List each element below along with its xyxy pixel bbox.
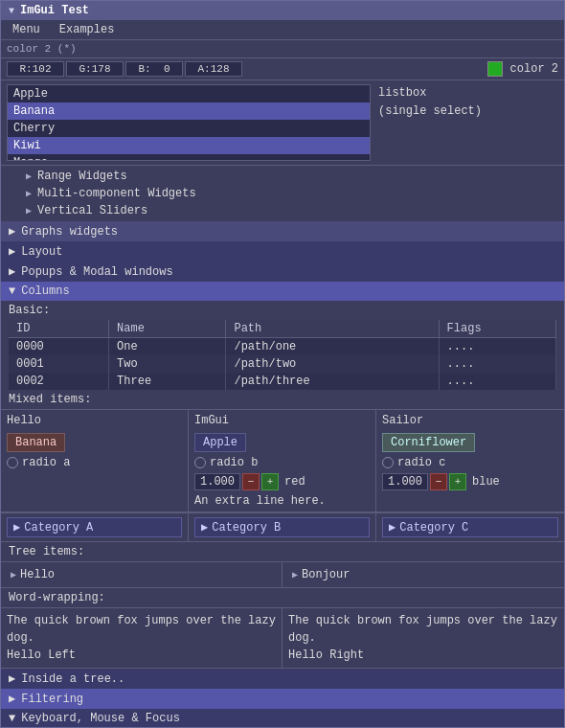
color-header-row: color 2 (*)	[1, 40, 564, 58]
columns-arrow-icon: ▼	[9, 284, 15, 298]
cell-name-1: Two	[109, 355, 226, 373]
tree-bonjour-arrow-icon: ▶	[292, 569, 298, 580]
cell-path-2: /path/three	[226, 373, 439, 390]
keyboard-header[interactable]: ▼ Keyboard, Mouse & Focus	[1, 709, 564, 727]
mixed-col1-header: Hello	[7, 414, 182, 429]
listbox-label-line2: (single select)	[378, 102, 482, 121]
cat-b-arrow-icon: ▶	[201, 520, 208, 535]
rgba-fields	[7, 61, 484, 77]
radio-b-circle[interactable]	[194, 457, 206, 468]
tree-hello-arrow-icon: ▶	[11, 569, 16, 580]
tree-col-right: ▶ Bonjour	[282, 562, 564, 587]
stepper-blue-plus[interactable]: +	[449, 473, 466, 490]
table-row: 0002 Three /path/three ....	[9, 373, 556, 390]
tree-bonjour-label: Bonjour	[302, 568, 350, 581]
combo-corniflower[interactable]: Corniflower	[382, 433, 475, 452]
col-header-name: Name	[109, 320, 226, 338]
menu-item-examples[interactable]: Examples	[56, 22, 119, 37]
stepper-red-minus[interactable]: −	[242, 473, 260, 490]
cell-id-2: 0002	[9, 373, 109, 390]
extra-line: An extra line here.	[194, 494, 370, 508]
category-b-btn[interactable]: ▶ Category B	[194, 517, 370, 537]
range-arrow-icon: ▶	[26, 171, 32, 182]
radio-c-circle[interactable]	[382, 457, 394, 468]
mixed-col-sailor: Sailor Corniflower radio c − + blue	[376, 410, 564, 512]
cell-flags-2: ....	[439, 373, 555, 390]
multicomp-label: Multi-component Widgets	[37, 187, 196, 200]
cell-name-0: One	[109, 338, 226, 356]
radio-a-circle[interactable]	[7, 457, 18, 468]
cell-flags-1: ....	[439, 355, 555, 373]
cat-a-arrow-icon: ▶	[13, 520, 20, 535]
graphs-label: Graphs widgets	[21, 225, 118, 239]
content-area: color 2 (*) color 2 Apple Banana Cherry …	[1, 40, 564, 727]
cell-path-0: /path/one	[226, 338, 439, 356]
listbox-item-apple[interactable]: Apple	[8, 85, 370, 102]
listbox-item-kiwi[interactable]: Kiwi	[8, 137, 370, 154]
combo-banana[interactable]: Banana	[7, 433, 65, 452]
main-window: ▼ ImGui Test Menu Examples color 2 (*) c…	[0, 0, 565, 728]
menu-item-menu[interactable]: Menu	[9, 22, 44, 37]
inside-tree-label: Inside a tree..	[21, 672, 124, 686]
mixed-grid: Hello Banana radio a ImGui Apple radio b…	[1, 409, 564, 512]
cat-b-label: Category B	[212, 521, 281, 535]
popups-section-header[interactable]: ▶ Popups & Modal windows	[1, 262, 564, 282]
category-c-btn[interactable]: ▶ Category C	[382, 517, 558, 537]
stepper-blue-value[interactable]	[382, 473, 428, 490]
a-field[interactable]	[185, 61, 242, 77]
color-swatch[interactable]	[487, 61, 503, 77]
listbox-item-banana[interactable]: Banana	[8, 102, 370, 120]
tree-item-hello[interactable]: ▶ Hello	[7, 566, 276, 583]
window-title: ImGui Test	[20, 4, 89, 17]
col-header-flags: Flags	[439, 320, 555, 338]
filtering-label: Filtering	[21, 693, 83, 706]
mixed-label: Mixed items:	[1, 390, 564, 409]
stepper-blue-label: blue	[472, 475, 500, 489]
listbox[interactable]: Apple Banana Cherry Kiwi Mango	[7, 84, 371, 161]
stepper-red-label: red	[284, 475, 305, 489]
stepper-blue-row: − + blue	[382, 473, 558, 490]
cat-c-label: Category C	[399, 521, 468, 535]
stepper-blue-minus[interactable]: −	[430, 473, 447, 490]
b-field[interactable]	[125, 61, 183, 77]
listbox-item-cherry[interactable]: Cherry	[8, 120, 370, 137]
columns-label: Columns	[21, 284, 69, 298]
inside-tree-header[interactable]: ▶ Inside a tree..	[1, 669, 564, 689]
graphs-section-header[interactable]: ▶ Graphs widgets	[1, 221, 564, 241]
cat-a-cell: ▶ Category A	[1, 513, 189, 541]
wordwrap-label: Word-wrapping:	[1, 588, 564, 607]
listbox-label-line1: listbox	[378, 84, 482, 102]
cell-path-1: /path/two	[226, 355, 439, 373]
cell-id-1: 0001	[9, 355, 109, 373]
filtering-header[interactable]: ▶ Filtering	[1, 689, 564, 709]
sub-item-multicomp[interactable]: ▶ Multi-component Widgets	[20, 185, 545, 202]
columns-section-header[interactable]: ▼ Columns	[1, 282, 564, 301]
radio-a-label: radio a	[22, 456, 70, 469]
radio-a-row: radio a	[7, 456, 182, 469]
stepper-red-row: − + red	[194, 473, 370, 490]
radio-c-label: radio c	[397, 456, 445, 469]
tree-item-bonjour[interactable]: ▶ Bonjour	[288, 566, 558, 583]
sub-item-vsliders[interactable]: ▶ Vertical Sliders	[20, 202, 545, 219]
category-a-btn[interactable]: ▶ Category A	[7, 517, 182, 537]
mixed-col-imgui: ImGui Apple radio b − + red An extra lin…	[189, 410, 376, 512]
g-field[interactable]	[66, 61, 124, 77]
stepper-red-plus[interactable]: +	[261, 473, 279, 490]
cat-c-cell: ▶ Category C	[376, 513, 564, 541]
graphs-arrow-icon: ▶	[9, 224, 15, 239]
col-header-path: Path	[226, 320, 439, 338]
vsliders-label: Vertical Sliders	[37, 204, 147, 217]
r-field[interactable]	[7, 61, 64, 77]
combo-apple[interactable]: Apple	[194, 433, 246, 452]
layout-section-header[interactable]: ▶ Layout	[1, 241, 564, 262]
stepper-red-value[interactable]	[194, 473, 240, 490]
inside-tree-arrow-icon: ▶	[9, 671, 15, 686]
listbox-item-mango[interactable]: Mango	[8, 154, 370, 161]
layout-label: Layout	[21, 245, 62, 259]
cat-a-label: Category A	[24, 521, 93, 535]
sub-item-range[interactable]: ▶ Range Widgets	[20, 168, 545, 185]
wordwrap-left-label: Hello Left	[7, 647, 276, 664]
range-label: Range Widgets	[37, 170, 127, 183]
wordwrap-left-text: The quick brown fox jumps over the lazy …	[7, 612, 276, 647]
menu-bar: Menu Examples	[1, 20, 564, 40]
